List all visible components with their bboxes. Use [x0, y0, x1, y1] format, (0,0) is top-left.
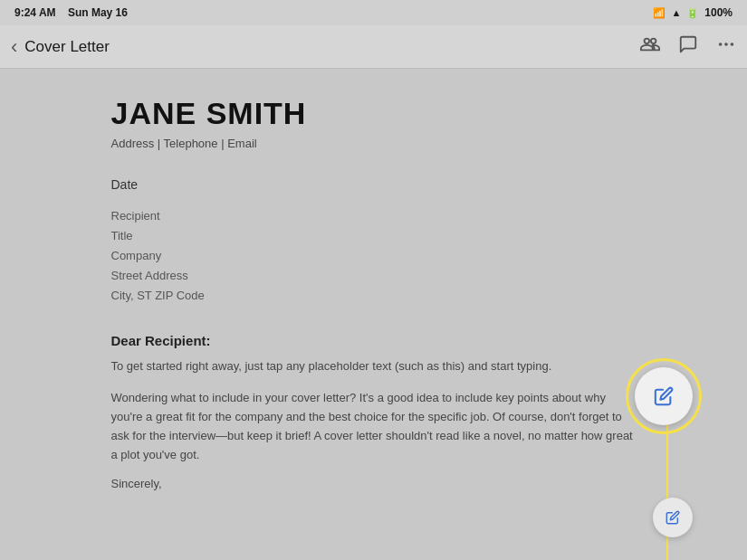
date-section: Date — [111, 177, 637, 192]
connector-line — [666, 424, 668, 560]
author-contact[interactable]: Address | Telephone | Email — [111, 137, 637, 150]
page-title: Cover Letter — [24, 38, 110, 56]
battery-percent: 100% — [704, 6, 733, 19]
closing[interactable]: Sincerely, — [111, 477, 637, 490]
nav-left: ‹ Cover Letter — [11, 37, 110, 57]
nav-bar: ‹ Cover Letter — [0, 25, 747, 69]
author-name[interactable]: Jane Smith — [111, 96, 637, 131]
signal-icon: ▲ — [671, 7, 681, 18]
recipient-block: Recipient Title Company Street Address C… — [111, 206, 637, 306]
wifi-icon: 📶 — [653, 7, 666, 19]
recipient-company[interactable]: Company — [111, 246, 637, 266]
recipient-name[interactable]: Recipient — [111, 206, 637, 226]
salutation[interactable]: Dear Recipient: — [111, 333, 637, 348]
edit-button-large[interactable] — [635, 367, 693, 425]
chat-icon[interactable] — [678, 34, 698, 59]
svg-point-1 — [724, 43, 728, 46]
svg-point-2 — [731, 43, 734, 46]
back-button[interactable]: ‹ — [11, 37, 17, 57]
time: 9:24 AM — [14, 6, 56, 19]
nav-right — [640, 34, 736, 59]
date-label[interactable]: Date — [111, 177, 637, 192]
recipient-title[interactable]: Title — [111, 226, 637, 246]
more-options-icon[interactable] — [716, 34, 736, 59]
recipient-city[interactable]: City, ST ZIP Code — [111, 286, 637, 306]
document-content: Jane Smith Address | Telephone | Email D… — [111, 96, 637, 490]
svg-point-0 — [719, 43, 723, 46]
status-icons: 📶 ▲ 🔋 100% — [653, 6, 733, 19]
status-time-date: 9:24 AM Sun May 16 — [14, 6, 128, 19]
body-paragraph-2[interactable]: Wondering what to include in your cover … — [111, 389, 637, 464]
recipient-address[interactable]: Street Address — [111, 266, 637, 286]
body-paragraph-1[interactable]: To get started right away, just tap any … — [111, 357, 637, 376]
pencil-icon-large — [654, 386, 674, 406]
edit-button-small[interactable] — [653, 498, 693, 537]
document-area: Jane Smith Address | Telephone | Email D… — [0, 69, 747, 560]
add-person-icon[interactable] — [640, 34, 660, 59]
pencil-icon-small — [666, 510, 680, 525]
battery-icon: 🔋 — [686, 7, 699, 19]
status-bar: 9:24 AM Sun May 16 📶 ▲ 🔋 100% — [0, 0, 747, 25]
date: Sun May 16 — [68, 6, 128, 19]
